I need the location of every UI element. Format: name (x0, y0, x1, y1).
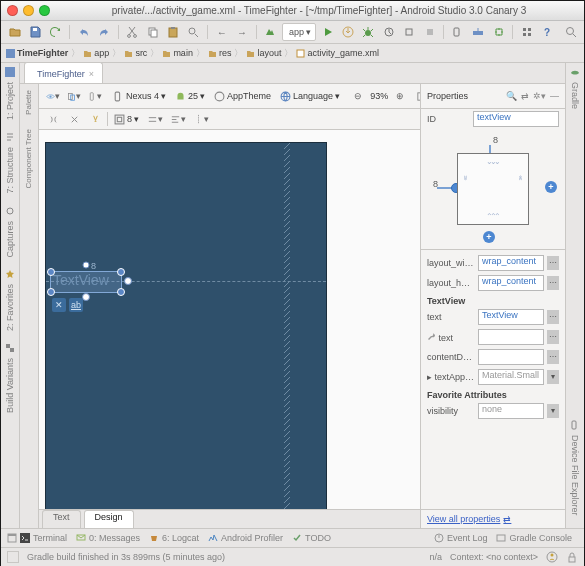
orientation-icon[interactable]: ▾ (86, 88, 104, 104)
add-bottom-constraint-button[interactable]: + (483, 231, 495, 243)
eye-icon[interactable]: ▾ (44, 88, 62, 104)
selected-textview[interactable]: 8 TextView (50, 271, 122, 293)
event-log-tab[interactable]: Event Log (434, 533, 488, 543)
zoom-in-button[interactable]: ⊕ (391, 88, 409, 104)
lock-icon[interactable] (566, 551, 578, 563)
layout-height-field[interactable]: wrap_content (478, 275, 544, 291)
favorites-tool-tab[interactable]: 2: Favorites (4, 280, 16, 335)
search-everywhere-button[interactable] (562, 23, 579, 41)
redo-button[interactable] (95, 23, 112, 41)
device-combo[interactable]: Nexus 4▾ (110, 87, 169, 105)
theme-combo[interactable]: AppTheme (211, 87, 274, 105)
paste-button[interactable] (164, 23, 181, 41)
crumb-file[interactable]: activity_game.xml (296, 48, 379, 58)
help-button[interactable]: ? (538, 23, 555, 41)
forward-button[interactable]: → (233, 23, 250, 41)
text-more[interactable]: ⋯ (547, 310, 559, 324)
minimize-panel-icon[interactable]: ― (550, 91, 559, 101)
design-canvas[interactable]: 8 TextView ✕ ab (45, 142, 327, 509)
close-window-button[interactable] (7, 5, 18, 16)
sdk-manager-button[interactable] (469, 23, 486, 41)
cut-button[interactable] (124, 23, 141, 41)
crumb-module[interactable]: app (83, 48, 109, 58)
language-combo[interactable]: Language▾ (277, 87, 343, 105)
captures-tool-tab[interactable]: Captures (4, 217, 16, 262)
crumb-main[interactable]: main (162, 48, 193, 58)
run-config-combo[interactable]: app ▾ (282, 23, 316, 41)
todo-tab[interactable]: TODO (292, 533, 331, 543)
visibility-field[interactable]: none (478, 403, 544, 419)
text-field[interactable]: TextView (478, 309, 544, 325)
surface-icon[interactable]: ▾ (65, 88, 83, 104)
make-button[interactable] (262, 23, 279, 41)
project-tool-tab[interactable]: 1: Project (4, 78, 16, 124)
component-tree-tab[interactable]: Component Tree (23, 125, 36, 193)
tool-windows-icon[interactable] (7, 533, 17, 543)
infer-constraints-icon[interactable] (86, 111, 104, 127)
visibility-dd[interactable]: ▾ (547, 404, 559, 418)
inspector-icon[interactable] (546, 551, 558, 563)
close-tab-button[interactable]: × (89, 69, 94, 79)
gradle-console-tab[interactable]: Gradle Console (496, 533, 572, 543)
baseline-chip[interactable]: ab (69, 298, 83, 312)
sync-button[interactable] (47, 23, 64, 41)
layout-height-more[interactable]: ⋯ (547, 276, 559, 290)
build-variants-tool-tab[interactable]: Build Variants (4, 354, 16, 417)
guideline-icon[interactable]: ▾ (191, 111, 211, 127)
id-field[interactable]: textView (473, 111, 559, 127)
tools-text-more[interactable]: ⋯ (547, 330, 559, 344)
content-description-more[interactable]: ⋯ (547, 350, 559, 364)
tools-text-field[interactable] (478, 329, 544, 345)
constraint-handle-right[interactable] (123, 276, 133, 286)
layout-width-more[interactable]: ⋯ (547, 256, 559, 270)
crumb-res[interactable]: res (208, 48, 232, 58)
context-label[interactable]: Context: <no context> (450, 552, 538, 562)
zoom-out-button[interactable]: ⊖ (349, 88, 367, 104)
apply-changes-button[interactable] (339, 23, 356, 41)
zoom-fit-button[interactable] (412, 88, 420, 104)
terminal-tab[interactable]: Terminal (20, 533, 67, 543)
project-structure-button[interactable] (518, 23, 535, 41)
design-mode-tab[interactable]: Design (84, 510, 134, 528)
attach-debugger-button[interactable] (400, 23, 417, 41)
crumb-project[interactable]: TimeFighter (6, 48, 68, 58)
search-properties-icon[interactable]: 🔍 (506, 91, 517, 101)
content-description-field[interactable] (478, 349, 544, 365)
maximize-window-button[interactable] (39, 5, 50, 16)
logcat-tab[interactable]: 6: Logcat (149, 533, 199, 543)
toggle-view-icon[interactable]: ⇄ (521, 91, 529, 101)
text-appearance-dd[interactable]: ▾ (547, 370, 559, 384)
text-mode-tab[interactable]: Text (42, 510, 81, 528)
tool-window-toggle[interactable] (7, 551, 19, 563)
save-button[interactable] (26, 23, 43, 41)
constraint-inspector[interactable]: 8 8 ⌄⌄⌄ ⌃⌃⌃ ››› ‹‹‹ + + (421, 129, 565, 249)
settings-icon[interactable]: ✲▾ (533, 91, 546, 101)
run-button[interactable] (319, 23, 336, 41)
avd-manager-button[interactable] (449, 23, 466, 41)
debug-button[interactable] (360, 23, 377, 41)
palette-tab[interactable]: Palette (23, 86, 36, 119)
structure-tool-tab[interactable]: 7: Structure (4, 143, 16, 198)
crumb-src[interactable]: src (124, 48, 147, 58)
gradle-tool-tab[interactable]: Gradle (569, 78, 581, 113)
copy-button[interactable] (144, 23, 161, 41)
file-tab[interactable]: TimeFighter × (24, 62, 103, 83)
autoconnect-icon[interactable] (44, 111, 62, 127)
profile-button[interactable] (380, 23, 397, 41)
profiler-tab[interactable]: Android Profiler (208, 533, 283, 543)
undo-button[interactable] (75, 23, 92, 41)
default-margin-combo[interactable]: 8▾ (111, 110, 142, 128)
clear-constraints-icon[interactable] (65, 111, 83, 127)
pack-icon[interactable]: ▾ (145, 111, 165, 127)
sync-gradle-button[interactable] (490, 23, 507, 41)
layout-width-field[interactable]: wrap_content (478, 255, 544, 271)
add-right-constraint-button[interactable]: + (545, 181, 557, 193)
find-button[interactable] (185, 23, 202, 41)
view-all-properties-link[interactable]: View all properties ⇄ (421, 510, 565, 528)
device-explorer-tool-tab[interactable]: Device File Explorer (569, 431, 581, 520)
crumb-layout[interactable]: layout (246, 48, 281, 58)
minimize-window-button[interactable] (23, 5, 34, 16)
open-button[interactable] (6, 23, 23, 41)
stop-button[interactable] (421, 23, 438, 41)
align-icon[interactable]: ▾ (168, 111, 188, 127)
